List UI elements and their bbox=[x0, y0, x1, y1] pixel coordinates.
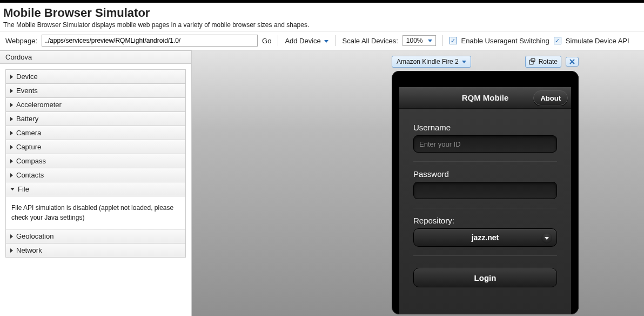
go-button[interactable]: Go bbox=[262, 37, 271, 45]
app-header: RQM Mobile About bbox=[399, 87, 571, 109]
password-label: Password bbox=[413, 169, 557, 179]
chevron-right-icon bbox=[10, 159, 13, 163]
webpage-input[interactable] bbox=[42, 35, 258, 47]
cordova-item-label: Accelerometer bbox=[16, 101, 62, 109]
cordova-item-label: File bbox=[18, 185, 29, 193]
cordova-item-label: Battery bbox=[16, 115, 38, 123]
cordova-item-events[interactable]: Events bbox=[6, 83, 185, 97]
useragent-checkbox[interactable] bbox=[450, 37, 457, 44]
page-subtitle: The Mobile Browser Simulator displays mo… bbox=[3, 21, 641, 29]
simulate-api-label: Simulate Device API bbox=[566, 37, 629, 45]
cordova-item-label: Geolocation bbox=[16, 232, 53, 240]
separator bbox=[442, 35, 443, 46]
cordova-item-geolocation[interactable]: Geolocation bbox=[6, 229, 185, 243]
repository-label: Repository: bbox=[413, 216, 557, 225]
username-label: Username bbox=[413, 123, 557, 132]
scale-label: Scale All Devices: bbox=[342, 37, 398, 45]
cordova-item-label: Events bbox=[16, 87, 38, 95]
chevron-right-icon bbox=[10, 145, 13, 149]
add-device-label: Add Device bbox=[285, 37, 320, 45]
repository-select[interactable]: jazz.net bbox=[413, 228, 557, 247]
separator bbox=[278, 35, 278, 46]
chevron-down-icon bbox=[324, 40, 328, 43]
page-header: Mobile Browser Simulator The Mobile Brow… bbox=[0, 3, 644, 31]
cordova-panel-title: Cordova bbox=[0, 50, 191, 64]
chevron-down-icon bbox=[10, 188, 15, 190]
cordova-item-label: Contacts bbox=[16, 171, 44, 179]
scale-select[interactable]: 100% bbox=[403, 35, 436, 46]
cordova-item-camera[interactable]: Camera bbox=[6, 126, 185, 140]
rotate-icon bbox=[529, 58, 535, 65]
rotate-label: Rotate bbox=[539, 58, 558, 65]
about-button[interactable]: About bbox=[533, 90, 568, 106]
page-title: Mobile Browser Simulator bbox=[3, 6, 641, 20]
cordova-item-device[interactable]: Device bbox=[6, 70, 185, 83]
device-name: Amazon Kindle Fire 2 bbox=[397, 58, 459, 65]
cordova-item-file[interactable]: File bbox=[6, 182, 185, 196]
cordova-item-label: Network bbox=[16, 246, 42, 254]
webpage-label: Webpage: bbox=[5, 37, 37, 45]
chevron-down-icon bbox=[541, 233, 552, 243]
chevron-right-icon bbox=[10, 75, 13, 79]
divider bbox=[413, 208, 557, 208]
chevron-right-icon bbox=[10, 131, 13, 135]
cordova-item-contacts[interactable]: Contacts bbox=[6, 168, 185, 182]
toolbar: Webpage: Go Add Device Scale All Devices… bbox=[0, 31, 644, 50]
chevron-down-icon bbox=[428, 40, 432, 42]
cordova-item-label: Capture bbox=[16, 143, 41, 151]
login-button[interactable]: Login bbox=[413, 268, 557, 287]
repository-value: jazz.net bbox=[472, 233, 499, 242]
divider bbox=[413, 161, 557, 162]
useragent-label: Enable Useragent Switching bbox=[461, 37, 549, 45]
chevron-right-icon bbox=[10, 173, 13, 177]
password-input[interactable] bbox=[413, 182, 557, 199]
cordova-item-label: Compass bbox=[16, 157, 46, 165]
cordova-item-label: Camera bbox=[16, 129, 41, 137]
divider bbox=[413, 255, 557, 256]
device-toolbar: Amazon Kindle Fire 2 Rotate bbox=[392, 56, 579, 68]
device-select[interactable]: Amazon Kindle Fire 2 bbox=[392, 56, 471, 68]
rotate-button[interactable]: Rotate bbox=[525, 56, 561, 68]
device-stage: Amazon Kindle Fire 2 Rotate bbox=[192, 50, 644, 316]
cordova-item-capture[interactable]: Capture bbox=[6, 140, 185, 154]
separator bbox=[335, 35, 336, 46]
cordova-item-content: File API simulation is disabled (applet … bbox=[6, 196, 185, 229]
cordova-item-network[interactable]: Network bbox=[6, 243, 185, 257]
chevron-right-icon bbox=[10, 234, 13, 239]
close-device-button[interactable] bbox=[566, 57, 579, 67]
simulate-api-checkbox[interactable] bbox=[554, 37, 561, 44]
cordova-item-accelerometer[interactable]: Accelerometer bbox=[6, 97, 185, 111]
device-frame: RQM Mobile About Username Password Repos… bbox=[392, 71, 579, 314]
close-icon bbox=[569, 59, 575, 64]
chevron-right-icon bbox=[10, 248, 13, 253]
device-screen: RQM Mobile About Username Password Repos… bbox=[399, 87, 571, 314]
chevron-down-icon bbox=[462, 61, 466, 63]
cordova-item-label: Device bbox=[16, 73, 38, 81]
sidebar: Cordova DeviceEventsAccelerometerBattery… bbox=[0, 50, 192, 316]
cordova-item-compass[interactable]: Compass bbox=[6, 154, 185, 168]
chevron-right-icon bbox=[10, 89, 13, 93]
chevron-right-icon bbox=[10, 117, 13, 121]
scale-value: 100% bbox=[406, 37, 423, 44]
cordova-item-battery[interactable]: Battery bbox=[6, 111, 185, 126]
username-input[interactable] bbox=[413, 135, 557, 153]
app-title: RQM Mobile bbox=[462, 93, 509, 102]
add-device-button[interactable]: Add Device bbox=[285, 37, 328, 45]
chevron-right-icon bbox=[10, 103, 13, 107]
